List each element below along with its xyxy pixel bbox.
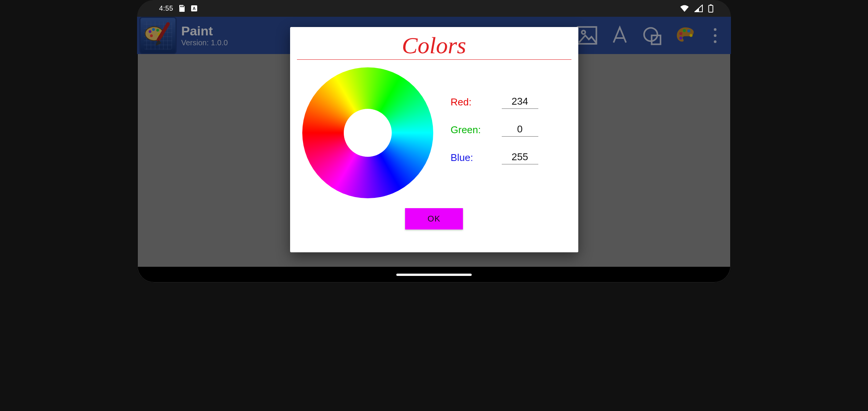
keyboard-language-icon: A xyxy=(191,5,198,12)
cell-signal-icon xyxy=(694,5,703,12)
svg-rect-5 xyxy=(709,5,713,12)
blue-label: Blue: xyxy=(451,152,496,164)
green-label: Green: xyxy=(451,124,496,136)
dialog-divider xyxy=(297,59,571,60)
color-picker-dialog: Colors Red: Green: Blue: OK xyxy=(290,27,578,252)
modal-scrim[interactable]: Colors Red: Green: Blue: OK xyxy=(137,17,731,267)
status-clock: 4:55 xyxy=(159,5,173,13)
rgb-inputs: Red: Green: Blue: xyxy=(451,96,541,164)
color-wheel[interactable] xyxy=(302,67,434,199)
svg-rect-6 xyxy=(710,5,712,6)
red-input[interactable] xyxy=(502,96,538,109)
svg-rect-2 xyxy=(183,6,184,7)
dialog-title: Colors xyxy=(296,33,572,58)
svg-rect-1 xyxy=(182,6,183,7)
blue-input[interactable] xyxy=(502,151,538,164)
system-nav-bar xyxy=(137,267,731,283)
wifi-icon xyxy=(680,5,689,12)
battery-icon xyxy=(708,4,713,13)
ok-button[interactable]: OK xyxy=(405,208,463,229)
status-bar: 4:55 A xyxy=(137,0,731,17)
svg-text:A: A xyxy=(193,6,196,11)
red-label: Red: xyxy=(451,96,496,108)
svg-rect-0 xyxy=(180,6,181,7)
device-frame: 4:55 A xyxy=(137,0,731,283)
gesture-handle[interactable] xyxy=(396,274,472,276)
green-input[interactable] xyxy=(502,123,538,137)
sd-card-icon xyxy=(179,5,185,12)
